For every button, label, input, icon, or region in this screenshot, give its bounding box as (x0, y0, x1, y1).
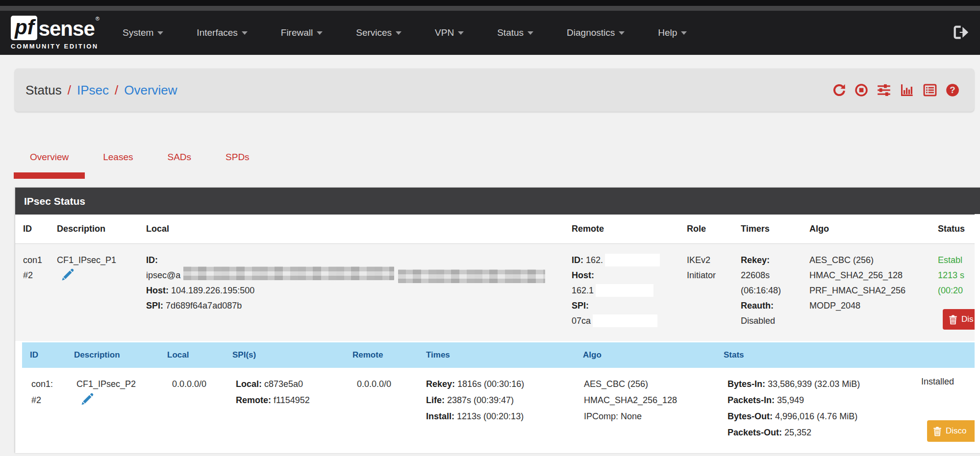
local-id-value: ipsec@a (146, 270, 180, 280)
redaction-white (605, 254, 660, 266)
local-host-value: 104.189.226.195:500 (171, 286, 254, 295)
cell-timers: Rekey: 22608s (06:16:48) Reauth: Disable… (741, 253, 781, 329)
nav-item-vpn[interactable]: VPN (435, 27, 464, 38)
breadcrumb-link-overview[interactable]: Overview (124, 83, 177, 98)
tab-label: Leases (103, 152, 133, 162)
remote-id-label: ID: (572, 255, 583, 265)
bar-chart-icon[interactable] (900, 83, 914, 97)
pfsense-logo[interactable]: pf sense ® COMMUNITY EDITION (11, 15, 100, 50)
logo-sense: sense (39, 18, 95, 40)
rekey-label: Rekey: (741, 255, 770, 265)
local-host-label: Host: (146, 286, 169, 295)
stop-icon[interactable] (854, 83, 868, 97)
spi-local-label: Local: (236, 379, 262, 389)
cell-algo: AES_CBC (256) HMAC_SHA2_256_128 IPComp: … (584, 376, 677, 425)
logo-pf-box: pf (11, 16, 37, 40)
disconnect-button-label: Disco (946, 426, 967, 436)
breadcrumb-link-ipsec[interactable]: IPsec (77, 83, 109, 98)
packets-in-value: 35,949 (777, 395, 804, 405)
remote-spi-label: SPI: (572, 301, 589, 311)
caret-down-icon (528, 31, 533, 35)
algo-enc: AES_CBC (256) (809, 253, 905, 268)
remote-host-value: 162.1 (572, 286, 594, 295)
tab-spds[interactable]: SPDs (209, 145, 266, 179)
disconnect-button-label: Dis (961, 314, 974, 324)
cell-remote: ID: 162. Host: 162.1 SPI: 07ca (572, 253, 660, 329)
cell-id: con1 #2 (23, 253, 42, 283)
trash-icon (949, 314, 957, 325)
nav-item-services[interactable]: Services (356, 27, 402, 38)
col-header-local: Local (146, 215, 169, 243)
cell-id: con1: #2 (31, 376, 53, 408)
child-table-header: ID Description Local SPI(s) Remote Times… (22, 342, 976, 368)
spi-local-value: c873e5a0 (264, 379, 303, 389)
time-life-value: 2387s (00:39:47) (447, 395, 514, 405)
ike-id: con1 (23, 253, 42, 268)
child-local-net: 0.0.0.0/0 (172, 376, 206, 392)
nav-item-label: Diagnostics (567, 27, 615, 38)
col-header-status: Status (938, 215, 965, 243)
caret-down-icon (242, 31, 248, 35)
bytes-out-label: Bytes-Out: (728, 411, 773, 421)
nav-item-help[interactable]: Help (658, 27, 687, 38)
pencil-icon[interactable] (80, 392, 94, 411)
sign-out-icon[interactable] (954, 25, 969, 42)
right-edge-redaction (975, 214, 980, 453)
cell-algo: AES_CBC (256) HMAC_SHA2_256_128 PRF_HMAC… (809, 253, 905, 313)
bytes-out-value: 4,996,016 (4.76 MiB) (775, 411, 857, 421)
tab-overview[interactable]: Overview (14, 145, 85, 179)
redaction-white (593, 314, 657, 327)
nav-item-label: VPN (435, 27, 454, 38)
ike-table-row: con1 #2 CF1_IPsec_P1 ID: ipsec@a Host: 1… (15, 244, 980, 341)
log-icon[interactable] (923, 83, 937, 97)
time-install-value: 1213s (00:20:13) (457, 411, 524, 421)
window-top-bar (0, 0, 980, 6)
ike-id-number: #2 (23, 268, 42, 283)
col-header-times: Times (426, 342, 450, 368)
nav-item-diagnostics[interactable]: Diagnostics (567, 27, 625, 38)
breadcrumb-separator: / (68, 83, 71, 98)
caret-down-icon (317, 31, 323, 35)
local-id-label: ID: (146, 255, 158, 265)
cell-remote: 0.0.0.0/0 (357, 376, 391, 392)
col-header-spis: SPI(s) (232, 342, 256, 368)
nav-item-label: System (123, 27, 153, 38)
col-header-role: Role (687, 215, 706, 243)
remote-id-value: 162. (586, 255, 603, 265)
disconnect-child-button[interactable]: Disco (927, 420, 980, 442)
logo-pf: pf (15, 16, 34, 39)
nav-item-system[interactable]: System (123, 27, 163, 38)
cell-description: CF1_IPsec_P2 (76, 376, 136, 408)
redaction-mosaic (398, 269, 545, 283)
tab-sads[interactable]: SADs (151, 145, 207, 179)
tab-label: Overview (30, 152, 69, 162)
col-header-local: Local (167, 342, 189, 368)
main-menu: System Interfaces Firewall Services VPN … (123, 11, 687, 55)
help-icon[interactable]: ? (946, 83, 959, 97)
rekey-time: (06:16:48) (741, 283, 781, 298)
cell-stats: Bytes-In: 33,586,939 (32.03 MiB) Packets… (728, 376, 860, 441)
ipsec-tabs: Overview Leases SADs SPDs (14, 145, 266, 179)
redaction-white (596, 284, 653, 297)
sliders-icon[interactable] (877, 83, 891, 97)
packets-out-label: Packets-Out: (728, 428, 782, 437)
cell-spis: Local: c873e5a0 Remote: f1154952 (236, 376, 310, 408)
refresh-icon[interactable] (832, 83, 846, 97)
nav-item-firewall[interactable]: Firewall (281, 27, 323, 38)
nav-item-label: Help (658, 27, 677, 38)
breadcrumb: Status / IPsec / Overview (25, 69, 177, 112)
caret-down-icon (681, 31, 687, 35)
child-id-number: #2 (31, 392, 53, 408)
ike-description: CF1_IPsec_P1 (57, 253, 116, 268)
top-navbar: pf sense ® COMMUNITY EDITION System Inte… (0, 11, 980, 55)
nav-item-interfaces[interactable]: Interfaces (197, 27, 247, 38)
pencil-icon[interactable] (61, 268, 75, 287)
page-toolbar: ? (832, 69, 959, 112)
cell-local: ID: ipsec@a Host: 104.189.226.195:500 SP… (146, 253, 545, 313)
nav-item-status[interactable]: Status (497, 27, 533, 38)
time-life-label: Life: (426, 395, 445, 405)
role-type: Initiator (687, 268, 716, 283)
col-header-stats: Stats (724, 342, 744, 368)
tab-leases[interactable]: Leases (87, 145, 149, 179)
reauth-value: Disabled (741, 313, 781, 329)
